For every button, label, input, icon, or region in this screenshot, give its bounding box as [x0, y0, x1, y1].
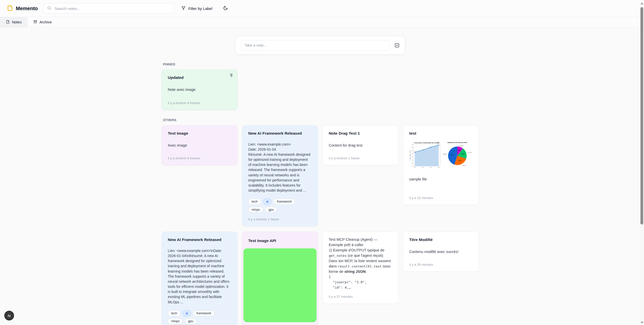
tab-notes-label: Notes: [12, 20, 22, 24]
svg-text:20: 20: [412, 159, 413, 161]
svg-text:Consulting: Consulting: [458, 145, 463, 146]
pinned-grid: Updated Note avec image il y a environ 4…: [161, 69, 479, 110]
tag-list: techaiframeworkmlopsgpu: [168, 310, 231, 324]
scrollbar-up-arrow[interactable]: [641, 3, 643, 4]
tag-pill-gpu[interactable]: gpu: [185, 318, 197, 324]
tag-pill-framework[interactable]: framework: [193, 310, 214, 317]
svg-text:Croissance Trimestrielle du CA: Croissance Trimestrielle du CA (M€): [414, 142, 440, 143]
tag-pill-framework[interactable]: framework: [273, 199, 295, 205]
tag-pill-mlops[interactable]: mlops: [168, 318, 183, 324]
note-timestamp: il y a environ 4 heures: [168, 152, 231, 160]
note-card-new-ai-framework-2[interactable]: New AI Framework Released Lien: <www.exa…: [161, 232, 238, 325]
svg-text:10.0%: 10.0%: [457, 150, 461, 151]
note-card-new-ai-framework-1[interactable]: New AI Framework Released Lien: <www.exa…: [242, 125, 318, 227]
tab-bar: Notes Archive: [0, 17, 644, 27]
svg-text:Services: Services: [462, 164, 467, 166]
note-timestamp: il y a 15 minutes: [409, 191, 473, 200]
svg-text:40: 40: [412, 153, 413, 154]
svg-text:25.0%: 25.0%: [458, 160, 462, 161]
note-body: Contenu modifié avec succès!: [409, 249, 473, 255]
svg-text:30: 30: [412, 156, 413, 157]
svg-text:10: 10: [412, 162, 413, 164]
scrollbar-thumb[interactable]: [640, 7, 643, 224]
note-timestamp: il y a environ 1 heure: [248, 213, 312, 221]
svg-text:70: 70: [412, 144, 413, 145]
tab-archive-label: Archive: [39, 20, 52, 24]
others-section-label: OTHERS: [163, 118, 479, 122]
note-card-titre-modifie[interactable]: Titre Modifié Contenu modifié avec succè…: [403, 232, 479, 272]
tag-pill-mlops[interactable]: mlops: [248, 207, 263, 213]
note-image-charts: 010203040506070Q1Q2Q3Q4Croissance Trimes…: [409, 141, 473, 171]
note-title: Test Image: [168, 131, 231, 136]
svg-text:20.0%: 20.0%: [461, 153, 464, 155]
moon-icon: [223, 6, 228, 11]
svg-text:Q3: Q3: [430, 167, 431, 168]
take-a-note-input[interactable]: [241, 40, 390, 50]
user-avatar[interactable]: N: [4, 311, 14, 320]
note-file-icon: [6, 20, 10, 24]
svg-text:45.0%: 45.0%: [450, 154, 454, 156]
tab-archive[interactable]: Archive: [28, 17, 58, 27]
note-title: New AI Framework Released: [248, 131, 312, 136]
note-card-updated[interactable]: Updated Note avec image il y a environ 4…: [161, 69, 238, 110]
avatar-initial: N: [8, 314, 11, 318]
note-timestamp: il y a 39 minutes: [409, 258, 473, 266]
tag-pill-tech[interactable]: tech: [168, 310, 181, 317]
svg-text:Chiffre d'affaires (M€): Chiffre d'affaires (M€): [409, 150, 411, 160]
svg-text:60: 60: [412, 147, 413, 148]
note-card-test-image[interactable]: Test Image Avec image il y a environ 4 h…: [161, 125, 238, 165]
note-image-green: [243, 248, 317, 322]
notes-main: PINNED Updated Note avec image il y a en…: [161, 27, 479, 325]
note-title: New AI Framework Released: [168, 237, 231, 243]
svg-text:Q2: Q2: [422, 167, 423, 168]
note-body: Lien: <www.example.com> Date: 2026-01-04…: [248, 142, 312, 193]
others-grid: Test Image Avec image il y a environ 4 h…: [161, 125, 479, 325]
pinned-section-label: PINNED: [163, 63, 479, 66]
note-body: Test MCP Cleanup (Agent) — Exemple prêt …: [329, 237, 392, 290]
svg-text:Q1: Q1: [414, 167, 416, 168]
note-timestamp: il y a environ 1 heure: [329, 152, 392, 160]
tag-pill-tech[interactable]: tech: [248, 199, 261, 205]
svg-text:Licences: Licences: [468, 152, 472, 153]
note-title: Titre Modifié: [409, 237, 473, 243]
note-title: test: [409, 131, 473, 136]
dark-mode-toggle[interactable]: [223, 6, 228, 11]
svg-text:0: 0: [412, 165, 413, 167]
pin-icon[interactable]: [229, 73, 234, 79]
note-timestamp: il y a 37 minutes: [329, 290, 392, 299]
note-body: Content for drag test: [329, 143, 392, 148]
page-scrollbar: [640, 0, 644, 325]
funnel-icon: [181, 6, 186, 11]
memento-file-icon: [7, 5, 13, 12]
note-timestamp: il y a environ 4 heures: [168, 96, 231, 105]
app-logo: Memento: [7, 5, 38, 12]
note-card-drag-test[interactable]: Note Drag Test 1 Content for drag test i…: [322, 125, 399, 165]
search-input[interactable]: [54, 6, 170, 11]
note-card-test-image-api[interactable]: Test Image API: [242, 232, 318, 325]
checklist-button[interactable]: [394, 43, 400, 48]
search-bar: [43, 3, 174, 13]
tab-notes[interactable]: Notes: [0, 17, 28, 27]
line-chart-image: 010203040506070Q1Q2Q3Q4Croissance Trimes…: [409, 141, 441, 171]
note-card-mcp-cleanup[interactable]: Test MCP Cleanup (Agent) — Exemple prêt …: [322, 232, 399, 304]
tag-pill-ai[interactable]: ai: [182, 310, 191, 317]
archive-icon: [33, 20, 37, 24]
note-title: Note Drag Test 1: [329, 131, 392, 136]
svg-text:Q4: Q4: [438, 167, 440, 168]
filter-by-label-text: Filter by Label: [188, 6, 212, 11]
tag-pill-gpu[interactable]: gpu: [265, 207, 277, 213]
svg-text:50: 50: [412, 150, 413, 151]
tag-list: techaiframeworkmlopsgpu: [248, 199, 312, 213]
note-card-test-charts[interactable]: test 010203040506070Q1Q2Q3Q4Croissance T…: [403, 125, 479, 205]
filter-by-label-button[interactable]: Filter by Label: [181, 6, 212, 11]
note-title: Updated: [168, 75, 231, 80]
note-body: Lien: <www.example.com>\nDate: 2026-01-0…: [168, 248, 231, 305]
tag-pill-ai[interactable]: ai: [263, 199, 272, 205]
svg-text:Répartition des Revenus 2024: Répartition des Revenus 2024: [448, 142, 467, 143]
note-body: Note avec image: [168, 87, 231, 92]
scrollbar-down-arrow[interactable]: [641, 322, 643, 323]
pie-chart-image: Répartition des Revenus 202445.0%Produit…: [442, 141, 473, 168]
take-a-note-card: [235, 36, 405, 54]
note-body: sample file: [409, 177, 473, 182]
app-header: Memento Filter by Label: [0, 0, 644, 17]
